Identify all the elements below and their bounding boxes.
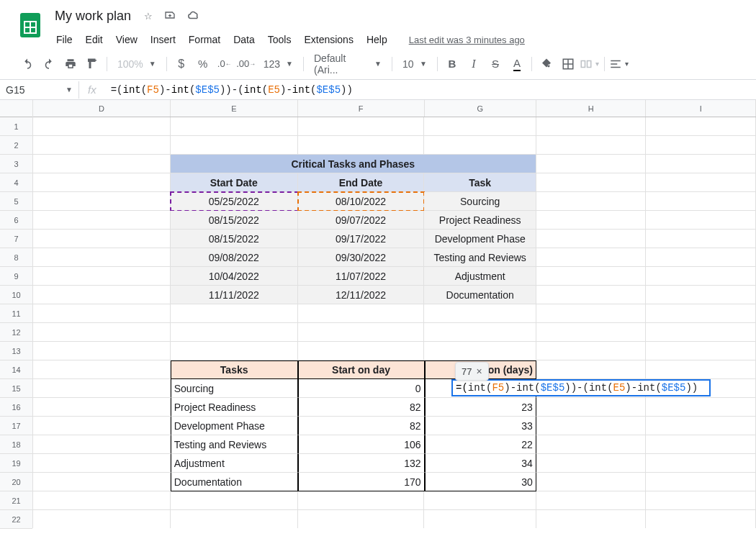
- cell[interactable]: End Date: [298, 173, 425, 192]
- cell[interactable]: 10/04/2022: [171, 267, 298, 286]
- row-header[interactable]: 1: [0, 117, 32, 136]
- undo-button[interactable]: [17, 54, 37, 74]
- fill-color-button[interactable]: [536, 54, 557, 74]
- cell[interactable]: Task: [424, 173, 536, 192]
- row-header[interactable]: 17: [0, 417, 32, 435]
- decrease-decimal-button[interactable]: .0←: [215, 54, 235, 74]
- cell[interactable]: 08/15/2022: [171, 230, 298, 248]
- bold-button[interactable]: B: [442, 54, 462, 74]
- col-header[interactable]: H: [536, 100, 647, 117]
- cell[interactable]: Project Readiness: [424, 211, 536, 230]
- row-header[interactable]: 21: [0, 491, 32, 510]
- currency-button[interactable]: $: [171, 54, 192, 74]
- cell[interactable]: Start Date: [171, 173, 298, 192]
- align-button[interactable]: ▾: [609, 54, 629, 74]
- formula-input[interactable]: =(int(F5)-int($E$5))-(int(E5)-int($E$5)): [105, 81, 756, 99]
- increase-decimal-button[interactable]: .00→: [236, 54, 256, 74]
- menu-data[interactable]: Data: [228, 31, 261, 48]
- row-header[interactable]: 11: [0, 304, 32, 323]
- font-size-select[interactable]: 10▼: [397, 55, 433, 73]
- row-header[interactable]: 10: [0, 286, 32, 304]
- cell[interactable]: 23: [425, 398, 536, 417]
- table-title[interactable]: Critical Tasks and Phases: [171, 155, 536, 173]
- row-header[interactable]: 5: [0, 192, 32, 211]
- cloud-icon[interactable]: [184, 6, 203, 27]
- cell[interactable]: 09/07/2022: [298, 211, 425, 230]
- last-edit-link[interactable]: Last edit was 3 minutes ago: [409, 35, 525, 45]
- cell[interactable]: 22: [425, 435, 536, 454]
- cell[interactable]: Sourcing: [171, 379, 298, 398]
- col-header[interactable]: I: [646, 100, 756, 117]
- number-format-button[interactable]: 123▼: [258, 55, 299, 73]
- select-all-corner[interactable]: [0, 100, 32, 117]
- cell[interactable]: Testing and Reviews: [424, 248, 536, 267]
- menu-edit[interactable]: Edit: [80, 31, 109, 48]
- cell[interactable]: 0: [298, 379, 425, 398]
- name-box[interactable]: G15▼: [0, 81, 79, 99]
- row-header[interactable]: 14: [0, 360, 32, 379]
- cell[interactable]: 09/30/2022: [298, 248, 425, 267]
- menu-view[interactable]: View: [110, 31, 143, 48]
- cell[interactable]: Documentation: [171, 473, 298, 491]
- cell[interactable]: 106: [298, 435, 425, 454]
- cell[interactable]: 08/15/2022: [171, 211, 298, 230]
- row-header[interactable]: 22: [0, 510, 32, 529]
- row-header[interactable]: 7: [0, 230, 32, 248]
- cell[interactable]: Tasks: [171, 360, 298, 379]
- row-header[interactable]: 6: [0, 211, 32, 230]
- row-header[interactable]: 20: [0, 473, 32, 491]
- cell[interactable]: Documentation: [424, 286, 536, 304]
- cell[interactable]: 82: [298, 398, 425, 417]
- cell[interactable]: 34: [425, 454, 536, 473]
- menu-extensions[interactable]: Extensions: [298, 31, 359, 48]
- menu-format[interactable]: Format: [183, 31, 226, 48]
- row-header[interactable]: 13: [0, 342, 32, 360]
- text-color-button[interactable]: A: [507, 54, 527, 74]
- star-icon[interactable]: ☆: [141, 8, 156, 24]
- merge-cells-button[interactable]: ▾: [580, 54, 600, 74]
- row-header[interactable]: 8: [0, 248, 32, 267]
- doc-title[interactable]: My work plan: [50, 7, 135, 25]
- cell[interactable]: Development Phase: [171, 417, 298, 435]
- italic-button[interactable]: I: [464, 54, 484, 74]
- borders-button[interactable]: [558, 54, 578, 74]
- percent-button[interactable]: %: [193, 54, 213, 74]
- cell[interactable]: 11/07/2022: [298, 267, 425, 286]
- print-button[interactable]: [60, 54, 81, 74]
- cell[interactable]: 33: [425, 417, 536, 435]
- cell[interactable]: 11/11/2022: [171, 286, 298, 304]
- cell[interactable]: 05/25/2022: [171, 192, 298, 211]
- col-header[interactable]: G: [425, 100, 536, 117]
- col-header[interactable]: D: [33, 100, 171, 117]
- cell[interactable]: Project Readiness: [171, 398, 298, 417]
- redo-button[interactable]: [39, 54, 59, 74]
- cell[interactable]: 132: [298, 454, 425, 473]
- cell[interactable]: Adjustment: [424, 267, 536, 286]
- zoom-select[interactable]: 100%▼: [112, 55, 162, 73]
- cell[interactable]: 09/08/2022: [171, 248, 298, 267]
- cell[interactable]: 82: [298, 417, 425, 435]
- move-icon[interactable]: [161, 6, 179, 26]
- cell[interactable]: 170: [298, 473, 425, 491]
- cell[interactable]: 08/10/2022: [298, 192, 425, 211]
- font-select[interactable]: Default (Ari...▼: [308, 50, 387, 78]
- row-header[interactable]: 9: [0, 267, 32, 286]
- row-header[interactable]: 4: [0, 173, 32, 192]
- cell[interactable]: 12/11/2022: [298, 286, 425, 304]
- close-icon[interactable]: ×: [476, 366, 482, 377]
- cell[interactable]: Start on day: [298, 360, 425, 379]
- spreadsheet-grid[interactable]: 1 2 3 4 5 6 7 8 9 10 11 12 13 14 15 16 1…: [0, 100, 756, 528]
- cell[interactable]: Sourcing: [424, 192, 536, 211]
- col-header[interactable]: F: [298, 100, 425, 117]
- active-cell-editor[interactable]: =(int(F5)-int($E$5))-(int(E5)-int($E$5)): [451, 379, 711, 396]
- row-header[interactable]: 3: [0, 155, 32, 173]
- strikethrough-button[interactable]: S: [485, 54, 505, 74]
- menu-help[interactable]: Help: [361, 31, 393, 48]
- row-header[interactable]: 2: [0, 136, 32, 155]
- paint-format-button[interactable]: [82, 54, 102, 74]
- cell[interactable]: Testing and Reviews: [171, 435, 298, 454]
- row-header[interactable]: 12: [0, 323, 32, 342]
- menu-tools[interactable]: Tools: [262, 31, 297, 48]
- cell[interactable]: 09/17/2022: [298, 230, 425, 248]
- row-header[interactable]: 18: [0, 435, 32, 454]
